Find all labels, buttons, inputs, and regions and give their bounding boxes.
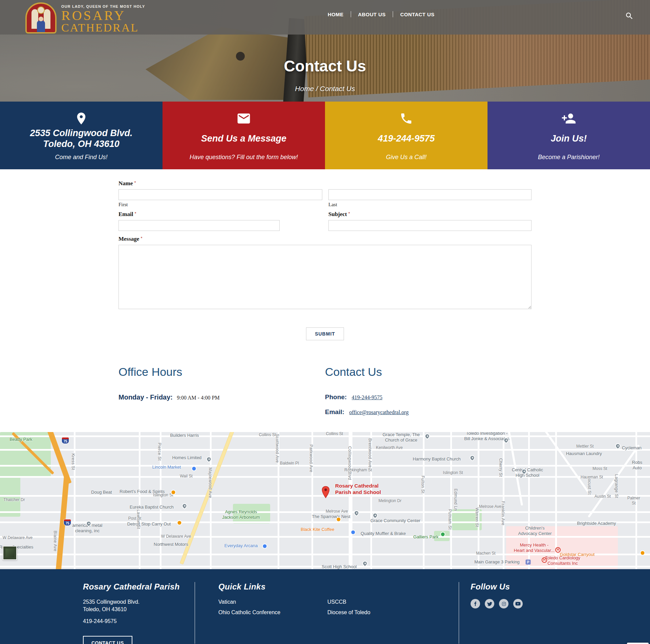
required-mark: *: [140, 236, 142, 241]
footer-parish-heading: Rosary Cathedral Parish: [83, 582, 180, 592]
required-mark: *: [134, 180, 136, 185]
map-label: Cherry St: [498, 458, 503, 477]
quick-links-heading: Quick Links: [218, 582, 370, 592]
instagram-icon[interactable]: [499, 599, 508, 608]
footer-address: 2535 Collingwood Blvd. Toledo, OH 43610: [83, 598, 180, 614]
email-link[interactable]: office@rosarycathedral.org: [349, 409, 408, 415]
facebook-icon[interactable]: [471, 599, 480, 608]
info-boxes: 2535 Collingwood Blvd. Toledo, OH 43610 …: [0, 102, 650, 169]
nav-item-home[interactable]: HOME: [328, 12, 344, 17]
twitter-icon[interactable]: [485, 599, 494, 608]
destination-pin-icon: [321, 486, 330, 500]
footer-parish-column: Rosary Cathedral Parish 2535 Collingwood…: [83, 582, 180, 644]
address-box[interactable]: 2535 Collingwood Blvd. Toledo, OH 43610 …: [0, 102, 162, 169]
message-textarea[interactable]: [118, 245, 532, 309]
submit-button[interactable]: SUBMIT: [306, 327, 344, 340]
map-road: [0, 566, 650, 567]
footer-divider: [459, 582, 459, 644]
map-road: [507, 432, 523, 506]
map-road: [543, 432, 592, 496]
breadcrumb-home[interactable]: Home: [295, 85, 314, 92]
map-label: Harmony Baptist Church: [413, 456, 461, 462]
message-box[interactable]: Send Us a Message Have questions? Fill o…: [162, 102, 325, 169]
footer-social-column: Follow Us: [471, 582, 523, 608]
map-main-road: [349, 432, 352, 569]
map-road: [160, 432, 161, 569]
nav-item-about-us[interactable]: ABOUT US: [358, 12, 386, 17]
envelope-icon: [162, 110, 325, 127]
footer-divider: [195, 582, 195, 644]
map-road: [0, 465, 650, 467]
nav-separator: [351, 11, 351, 17]
quick-link-ohio-catholic-conference[interactable]: Ohio Catholic Conference: [218, 609, 327, 616]
map-road: [0, 536, 650, 538]
footer-contact-button[interactable]: CONTACT US: [83, 636, 132, 644]
map-label: Mettler St: [576, 444, 593, 449]
breadcrumb-current: Contact Us: [320, 85, 355, 92]
map-poi-marker: [614, 442, 621, 449]
site-logo[interactable]: OUR LADY, QUEEN OF THE MOST HOLY ROSARY …: [25, 2, 145, 34]
subject-input[interactable]: [328, 220, 532, 231]
footer-phone: 419-244-9575: [83, 618, 180, 624]
map-label: Rosary Cathedral Parish and School: [335, 482, 381, 496]
address-line1: 2535 Collingwood Blvd.: [0, 128, 162, 138]
map-poi-marker: [520, 468, 527, 475]
map-label: Quality Muffler & Brake: [361, 531, 406, 536]
message-subtitle: Have questions? Fill out the form below!: [162, 154, 325, 161]
map-road: [0, 511, 650, 513]
join-box[interactable]: Join Us! Become a Parishioner!: [488, 102, 650, 169]
quick-link-vatican[interactable]: Vatican: [218, 599, 327, 605]
map-road: [74, 432, 75, 569]
person-plus-icon: [488, 110, 650, 127]
email-label: Email: [118, 211, 133, 217]
address-line2: Toledo, OH 43610: [0, 138, 162, 149]
first-name-input[interactable]: [118, 189, 322, 200]
last-name-input[interactable]: [328, 189, 532, 200]
map-road: [478, 432, 479, 569]
map-label: Melington Dr: [378, 498, 402, 503]
map-road: [0, 476, 650, 478]
map-canvas: 7575Builders HarrisCollins StCollins StG…: [0, 432, 650, 569]
phone-link[interactable]: 419-244-9575: [352, 394, 383, 400]
interstate-shield: 75: [62, 437, 69, 444]
map-road: [139, 432, 140, 569]
breadcrumb: Home / Contact Us: [0, 85, 650, 93]
map-road: [528, 432, 530, 569]
join-title: Join Us!: [488, 133, 650, 144]
map-road: [555, 432, 557, 569]
map-inset-toggle[interactable]: [3, 546, 17, 560]
contact-heading: Contact Us: [325, 365, 532, 379]
info-section: Office Hours Monday - Friday: 9:00 AM - …: [118, 365, 532, 423]
phone-icon: [325, 110, 488, 127]
google-map[interactable]: 7575Builders HarrisCollins StCollins StG…: [0, 432, 650, 569]
phone-number: 419-244-9575: [325, 133, 488, 144]
map-label: Hausman Laundry: [566, 451, 602, 456]
map-label: Eureka Baptist Church: [130, 505, 174, 510]
quick-link-usccb[interactable]: USCCB: [327, 599, 370, 605]
map-label: Robert's Food & Spirits: [120, 489, 165, 494]
map-road: [311, 432, 313, 569]
required-mark: *: [348, 211, 350, 216]
address-subtitle: Come and Find Us!: [0, 154, 162, 161]
map-label: Homes Limited: [172, 455, 202, 460]
nav-item-contact-us[interactable]: CONTACT US: [400, 12, 434, 17]
interstate-shield: 75: [64, 519, 71, 526]
first-sublabel: First: [118, 202, 322, 208]
map-label: american metal cleaning, inc: [72, 523, 103, 534]
location-pin-icon: [0, 110, 162, 127]
nav-separator: [393, 11, 393, 17]
youtube-icon[interactable]: [513, 599, 523, 608]
map-label: Edmund Ln: [453, 489, 458, 511]
recaptcha-badge[interactable]: ⟳ Privacy - Terms: [627, 643, 649, 644]
brand-text: OUR LADY, QUEEN OF THE MOST HOLY ROSARY …: [61, 2, 145, 34]
map-poi-marker: [469, 454, 476, 461]
email-input[interactable]: [118, 220, 280, 231]
phone-box[interactable]: 419-244-9575 Give Us a Call!: [325, 102, 488, 169]
subject-label: Subject: [328, 211, 347, 217]
quick-link-diocese-of-toledo[interactable]: Diocese of Toledo: [327, 609, 370, 616]
map-label: Black Kite Coffee: [301, 527, 334, 532]
search-icon[interactable]: [625, 12, 634, 20]
office-hours-days: Monday - Friday:: [118, 393, 173, 401]
hero-banner: OUR LADY, QUEEN OF THE MOST HOLY ROSARY …: [0, 0, 650, 102]
office-hours-heading: Office Hours: [118, 365, 325, 379]
